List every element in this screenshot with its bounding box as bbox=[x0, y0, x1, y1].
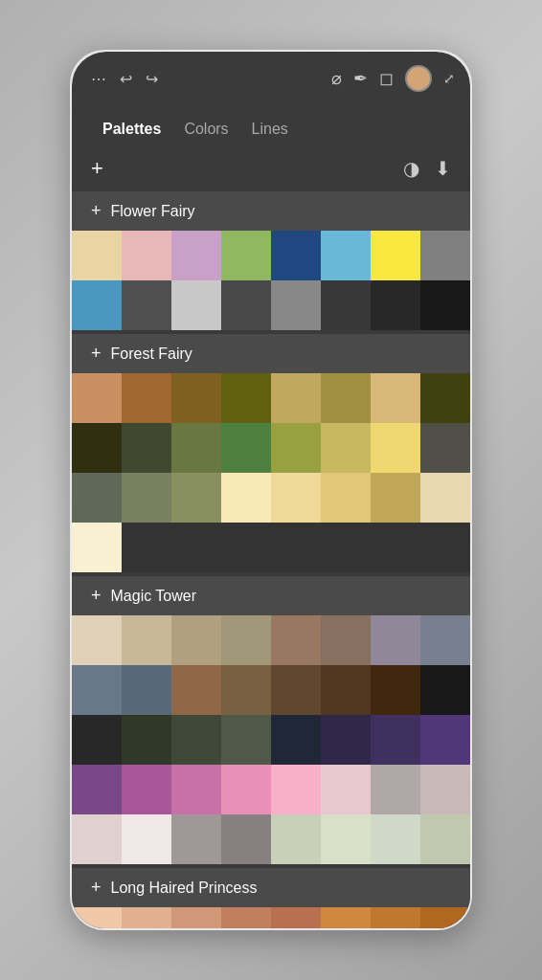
color-swatch-2-27[interactable] bbox=[221, 765, 271, 814]
color-swatch-2-31[interactable] bbox=[420, 765, 470, 814]
color-swatch-1-12[interactable] bbox=[271, 423, 321, 473]
color-swatch-2-14[interactable] bbox=[371, 665, 420, 715]
color-swatch-2-30[interactable] bbox=[371, 765, 420, 814]
color-swatch-1-3[interactable] bbox=[221, 373, 271, 423]
color-swatch-1-19[interactable] bbox=[221, 473, 271, 523]
color-swatch-1-30[interactable] bbox=[371, 523, 420, 572]
color-swatch-1-29[interactable] bbox=[321, 523, 371, 572]
color-swatch-2-5[interactable] bbox=[321, 615, 371, 665]
color-swatch-0-14[interactable] bbox=[371, 280, 420, 330]
color-swatch-3-5[interactable] bbox=[321, 907, 371, 928]
color-swatch-2-38[interactable] bbox=[371, 814, 420, 864]
color-swatch-0-11[interactable] bbox=[221, 280, 271, 330]
color-swatch-1-9[interactable] bbox=[122, 423, 171, 473]
expand-icon[interactable]: ⤢ bbox=[443, 71, 455, 86]
color-swatch-0-15[interactable] bbox=[420, 280, 470, 330]
color-swatch-1-25[interactable] bbox=[122, 523, 171, 572]
tab-palettes[interactable]: Palettes bbox=[91, 117, 172, 142]
color-swatch-2-21[interactable] bbox=[321, 715, 371, 765]
color-swatch-2-9[interactable] bbox=[122, 665, 171, 715]
color-swatch-1-21[interactable] bbox=[321, 473, 371, 523]
color-swatch-1-27[interactable] bbox=[221, 523, 271, 572]
color-swatch-1-24[interactable] bbox=[72, 523, 122, 572]
color-swatch-1-20[interactable] bbox=[271, 473, 321, 523]
color-swatch-1-0[interactable] bbox=[72, 373, 122, 423]
color-swatch-1-28[interactable] bbox=[271, 523, 321, 572]
color-swatch-1-4[interactable] bbox=[271, 373, 321, 423]
color-swatch-2-29[interactable] bbox=[321, 765, 371, 814]
color-swatch-0-3[interactable] bbox=[221, 231, 271, 280]
color-swatch-2-2[interactable] bbox=[171, 615, 221, 665]
brush-icon[interactable]: ⌀ bbox=[331, 68, 342, 89]
color-swatch-2-13[interactable] bbox=[321, 665, 371, 715]
pen-icon[interactable]: ✒ bbox=[353, 68, 368, 89]
color-swatch-1-7[interactable] bbox=[420, 373, 470, 423]
color-swatch-1-8[interactable] bbox=[72, 423, 122, 473]
color-swatch-1-6[interactable] bbox=[371, 373, 420, 423]
color-swatch-1-10[interactable] bbox=[171, 423, 221, 473]
color-swatch-2-15[interactable] bbox=[420, 665, 470, 715]
color-swatch-0-12[interactable] bbox=[271, 280, 321, 330]
color-picker[interactable] bbox=[405, 65, 432, 92]
color-swatch-2-6[interactable] bbox=[371, 615, 420, 665]
color-swatch-2-16[interactable] bbox=[72, 715, 122, 765]
color-swatch-2-19[interactable] bbox=[221, 715, 271, 765]
color-swatch-1-13[interactable] bbox=[321, 423, 371, 473]
color-swatch-3-3[interactable] bbox=[221, 907, 271, 928]
color-swatch-2-18[interactable] bbox=[171, 715, 221, 765]
color-swatch-2-1[interactable] bbox=[122, 615, 171, 665]
palette-add-2[interactable]: + bbox=[91, 586, 102, 606]
color-swatch-2-26[interactable] bbox=[171, 765, 221, 814]
tab-colors[interactable]: Colors bbox=[172, 117, 239, 142]
undo-icon[interactable]: ↩ bbox=[120, 70, 132, 88]
download-icon[interactable]: ⬇ bbox=[435, 157, 451, 180]
color-swatch-2-17[interactable] bbox=[122, 715, 171, 765]
color-swatch-3-4[interactable] bbox=[271, 907, 321, 928]
add-palette-button[interactable]: + bbox=[91, 158, 103, 179]
color-swatch-0-8[interactable] bbox=[72, 280, 122, 330]
color-swatch-0-4[interactable] bbox=[271, 231, 321, 280]
color-swatch-2-28[interactable] bbox=[271, 765, 321, 814]
color-swatch-3-2[interactable] bbox=[171, 907, 221, 928]
color-swatch-2-12[interactable] bbox=[271, 665, 321, 715]
color-swatch-2-8[interactable] bbox=[72, 665, 122, 715]
color-swatch-3-6[interactable] bbox=[371, 907, 420, 928]
color-swatch-2-39[interactable] bbox=[420, 814, 470, 864]
color-swatch-2-3[interactable] bbox=[221, 615, 271, 665]
history-icon[interactable]: ◑ bbox=[403, 157, 419, 180]
color-swatch-1-23[interactable] bbox=[420, 473, 470, 523]
color-swatch-0-0[interactable] bbox=[72, 231, 122, 280]
color-swatch-1-18[interactable] bbox=[171, 473, 221, 523]
color-swatch-2-10[interactable] bbox=[171, 665, 221, 715]
color-swatch-3-0[interactable] bbox=[72, 907, 122, 928]
color-swatch-1-31[interactable] bbox=[420, 523, 470, 572]
color-swatch-2-33[interactable] bbox=[122, 814, 171, 864]
color-swatch-3-1[interactable] bbox=[122, 907, 171, 928]
color-swatch-2-32[interactable] bbox=[72, 814, 122, 864]
palette-add-1[interactable]: + bbox=[91, 344, 102, 364]
color-swatch-2-36[interactable] bbox=[271, 814, 321, 864]
palette-add-0[interactable]: + bbox=[91, 201, 102, 221]
menu-icon[interactable]: ⋯ bbox=[91, 70, 106, 88]
color-swatch-2-37[interactable] bbox=[321, 814, 371, 864]
color-swatch-2-20[interactable] bbox=[271, 715, 321, 765]
color-swatch-2-34[interactable] bbox=[171, 814, 221, 864]
palette-add-3[interactable]: + bbox=[91, 878, 102, 898]
color-swatch-2-35[interactable] bbox=[221, 814, 271, 864]
color-swatch-1-22[interactable] bbox=[371, 473, 420, 523]
color-swatch-0-1[interactable] bbox=[122, 231, 171, 280]
color-swatch-2-25[interactable] bbox=[122, 765, 171, 814]
color-swatch-1-14[interactable] bbox=[371, 423, 420, 473]
color-swatch-1-16[interactable] bbox=[72, 473, 122, 523]
color-swatch-3-7[interactable] bbox=[420, 907, 470, 928]
color-swatch-2-7[interactable] bbox=[420, 615, 470, 665]
color-swatch-2-11[interactable] bbox=[221, 665, 271, 715]
color-swatch-2-24[interactable] bbox=[72, 765, 122, 814]
color-swatch-2-23[interactable] bbox=[420, 715, 470, 765]
color-swatch-1-2[interactable] bbox=[171, 373, 221, 423]
color-swatch-0-13[interactable] bbox=[321, 280, 371, 330]
eraser-icon[interactable]: ◻ bbox=[379, 68, 394, 89]
color-swatch-0-10[interactable] bbox=[171, 280, 221, 330]
color-swatch-0-6[interactable] bbox=[371, 231, 420, 280]
color-swatch-2-22[interactable] bbox=[371, 715, 420, 765]
